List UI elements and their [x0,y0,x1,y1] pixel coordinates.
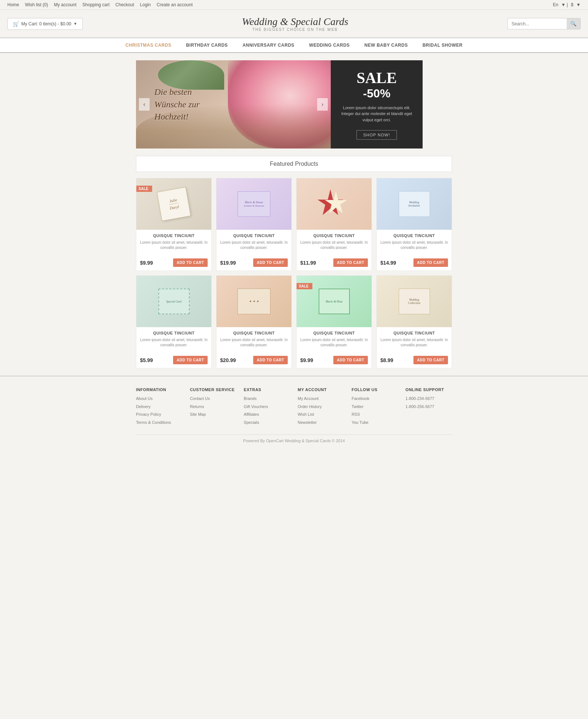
product-footer: $5.99 ADD TO CART [136,356,211,368]
product-image [297,178,372,230]
footer-link[interactable]: Site Map [190,411,237,418]
sale-badge: SALE [297,283,312,289]
product-name: QUISQUE TINCIUNT [380,331,448,335]
footer-link[interactable]: My Account [298,396,344,402]
add-to-cart-button[interactable]: ADD TO CART [253,258,288,267]
product-card: QUISQUE TINCIUNT Lorem ipsum dolor sit a… [296,178,372,271]
featured-title: Featured Products [270,161,318,167]
footer-col-title: CUSTOMER SERVICE [190,387,237,392]
banner-section: Die bestenWünsche zurHochzeit! ‹ › SALE … [136,60,452,149]
footer-link[interactable]: Newsletter [298,419,344,426]
add-to-cart-button[interactable]: ADD TO CART [173,356,208,364]
product-footer: $11.99 ADD TO CART [297,258,372,271]
banner-next-button[interactable]: › [317,98,328,111]
nav-christmas-cards[interactable]: CHRISTMAS CARDS [118,38,179,52]
footer-link[interactable]: Delivery [136,404,183,410]
product-price: $19.99 [220,260,236,266]
product-image: WeddingCollection [377,276,452,327]
top-bar-right: En ▼ | $ ▼ [553,2,581,7]
featured-header: Featured Products [136,156,452,172]
product-name: QUISQUE TINCIUNT [140,331,208,335]
product-info: QUISQUE TINCIUNT Lorem ipsum dolor sit a… [377,230,452,258]
footer-column: FOLLOW USFacebookTwitterRSSYou Tube [352,387,398,427]
nav-wedding-cards[interactable]: WEDDING CARDS [302,38,357,52]
nav-myaccount[interactable]: My account [54,2,76,7]
product-card: SALE JulieDaryl QUISQUE TINCIUNT Lorem i… [136,178,212,271]
footer-grid: INFORMATIONAbout UsDeliveryPrivacy Polic… [136,387,452,427]
banner-text: Die bestenWünsche zurHochzeit! [154,86,200,123]
add-to-cart-button[interactable]: ADD TO CART [333,258,368,267]
nav-home[interactable]: Home [7,2,19,7]
cart-button[interactable]: 🛒 My Cart: 0 item(s) - $0.00 ▼ [7,18,83,30]
footer-link[interactable]: Order History [298,404,344,410]
product-info: QUISQUE TINCIUNT Lorem ipsum dolor sit a… [297,230,372,258]
footer-link[interactable]: Terms & Conditions [136,419,183,426]
footer-link[interactable]: Wish List [298,411,344,418]
footer-link[interactable]: 1-800-234-5677 [405,396,452,402]
nav-bridal-shower[interactable]: BRIDAL SHOWER [415,38,470,52]
header: 🛒 My Cart: 0 item(s) - $0.00 ▼ Wedding &… [0,10,588,38]
product-image: SALE JulieDaryl [136,178,211,230]
product-name: QUISQUE TINCIUNT [220,331,288,335]
banner-prev-button[interactable]: ‹ [139,98,150,111]
footer-link[interactable]: Gift Vouchers [244,404,290,410]
footer-link[interactable]: Brands [244,396,290,402]
search-input[interactable] [508,19,567,29]
nav-cart[interactable]: Shopping cart [82,2,110,7]
shop-now-button[interactable]: SHOP NOW! [356,130,397,140]
nav-login[interactable]: Login [140,2,151,7]
nav-anniversary-cards[interactable]: ANNIVERSARY CARDS [235,38,302,52]
footer-link[interactable]: 1-800-256-5677 [405,404,452,410]
currency-selector[interactable]: $ [571,2,573,7]
banner-slider: Die bestenWünsche zurHochzeit! ‹ › [136,60,331,149]
sale-badge: SALE [136,186,152,192]
nav-birthday-cards[interactable]: BIRTHDAY CARDS [179,38,235,52]
product-footer: $19.99 ADD TO CART [216,258,291,271]
product-price: $11.99 [300,260,316,266]
footer-link[interactable]: Twitter [352,404,398,410]
footer-column: ONLINE SUPPORT1-800-234-56771-800-256-56… [405,387,452,427]
product-footer: $9.99 ADD TO CART [136,258,211,271]
footer-col-title: MY ACCOUNT [298,387,344,392]
add-to-cart-button[interactable]: ADD TO CART [413,356,448,364]
footer-link[interactable]: You Tube [352,419,398,426]
product-name: QUISQUE TINCIUNT [220,233,288,238]
product-card: WeddingCollection QUISQUE TINCIUNT Lorem… [376,275,452,368]
featured-section: Featured Products SALE JulieDaryl QUISQU… [136,156,452,368]
footer-col-title: EXTRAS [244,387,290,392]
nav-checkout[interactable]: Checkout [115,2,134,7]
product-image: ✦ ✦ ✦ [216,276,291,327]
product-info: QUISQUE TINCIUNT Lorem ipsum dolor sit a… [297,327,372,356]
footer-link[interactable]: Affiliates [244,411,290,418]
product-desc: Lorem ipsum dolor sit amet, teturaselit.… [300,337,368,348]
search-button[interactable]: 🔍 [567,18,580,29]
footer-link[interactable]: Specials [244,419,290,426]
search-box: 🔍 [508,18,581,29]
cart-icon: 🛒 [13,21,19,27]
footer-link[interactable]: Contact Us [190,396,237,402]
footer-link[interactable]: RSS [352,411,398,418]
footer-bottom: Powered By OpenCart Wedding & Special Ca… [136,434,452,443]
top-bar: Home Wish list (0) My account Shopping c… [0,0,588,10]
footer-col-title: ONLINE SUPPORT [405,387,452,392]
product-price: $9.99 [300,357,313,363]
footer-link[interactable]: Privacy Policy [136,411,183,418]
nav-new-baby-cards[interactable]: NEW BABY CARDS [357,38,415,52]
footer-column: INFORMATIONAbout UsDeliveryPrivacy Polic… [136,387,183,427]
add-to-cart-button[interactable]: ADD TO CART [253,356,288,364]
nav-createaccount[interactable]: Create an account [157,2,193,7]
footer-link[interactable]: Facebook [352,396,398,402]
product-desc: Lorem ipsum dolor sit amet, teturaselit.… [220,240,288,250]
main-nav: CHRISTMAS CARDS BIRTHDAY CARDS ANNIVERSA… [0,38,588,53]
footer-link[interactable]: About Us [136,396,183,402]
add-to-cart-button[interactable]: ADD TO CART [333,356,368,364]
add-to-cart-button[interactable]: ADD TO CART [413,258,448,267]
footer-link[interactable]: Returns [190,404,237,410]
add-to-cart-button[interactable]: ADD TO CART [173,258,208,267]
product-card: WeddingInvitation QUISQUE TINCIUNT Lorem… [376,178,452,271]
language-selector[interactable]: En [553,2,558,7]
footer-column: EXTRASBrandsGift VouchersAffiliatesSpeci… [244,387,290,427]
nav-wishlist[interactable]: Wish list (0) [25,2,48,7]
site-name: Wedding & Special Cards [242,16,348,28]
product-info: QUISQUE TINCIUNT Lorem ipsum dolor sit a… [216,230,291,258]
